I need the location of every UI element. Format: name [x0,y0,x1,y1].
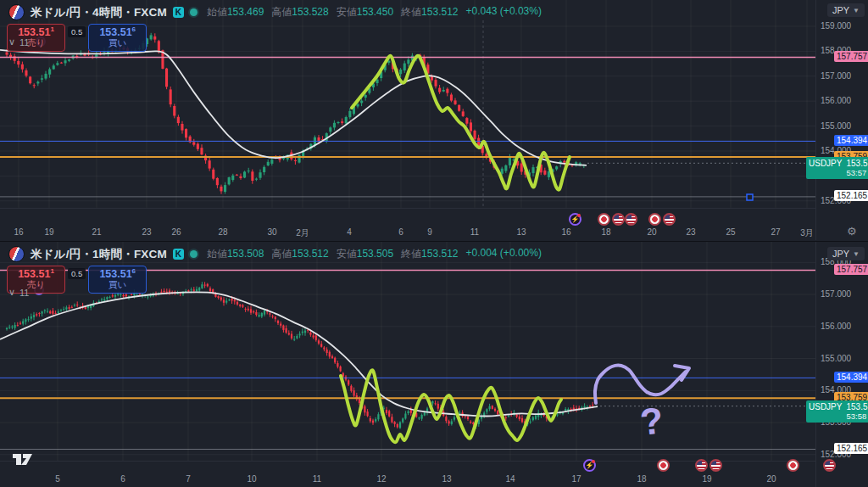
question-mark-annotation[interactable]: ? [638,399,665,443]
us-flag-event-icon[interactable] [709,459,722,472]
time-axis-label: 10 [247,474,256,484]
usdjpy-pair-logo-icon [8,246,25,262]
time-axis-label: 18 [601,227,610,237]
us-flag-event-icon[interactable] [695,459,708,472]
symbol-title[interactable]: 米ドル/円・4時間・FXCM [31,5,167,20]
price-axis-border[interactable] [815,0,816,240]
low-value: 153.505 [357,248,393,260]
open-label: 始値 [207,248,227,260]
chart-panel-4h[interactable]: 米ドル/円・4時間・FXCM K 始値153.469 高値153.528 安値1… [0,0,868,240]
chevron-down-icon: ∨ [8,36,15,48]
price-level-label-152.165: 152.165 [834,190,868,201]
currency-label: JPY [832,249,849,259]
us-flag-event-icon[interactable] [823,459,836,472]
japan-flag-event-icon[interactable] [598,213,610,226]
drawing-handle[interactable] [747,194,753,200]
indicator-count: 11 [19,37,29,48]
time-axis-label: 19 [44,227,53,237]
symbol-header[interactable]: 米ドル/円・4時間・FXCM K 始値153.469 高値153.528 安値1… [8,4,542,20]
price-axis-label: 159.000 [821,21,851,31]
japan-flag-event-icon[interactable] [657,459,670,472]
time-axis-label: 20 [766,474,776,484]
low-label: 安値 [337,6,357,18]
broker-logo-icon: K [173,249,184,260]
moving-average-line[interactable] [0,50,587,165]
time-axis-label: 5 [55,474,60,484]
close-value: 153.512 [421,248,458,260]
change-value: +0.004 (+0.00%) [466,247,542,261]
axis-settings-gear-icon[interactable]: ⚙ [847,225,857,238]
buy-button[interactable]: 153.516 買い [88,24,147,52]
time-axis-label: 9 [427,227,432,237]
time-axis-label: 23 [142,227,151,237]
ohlc-readout: 始値153.508 高値153.512 安値153.505 終値153.512 … [207,247,542,261]
us-flag-event-icon[interactable] [625,213,637,226]
time-axis-label: 2月 [296,227,309,239]
open-value: 153.469 [227,6,264,18]
time-axis-label: 27 [771,227,780,237]
chevron-down-icon: ∨ [8,287,15,298]
time-axis-label: 14 [505,474,515,484]
time-axis-label: 23 [686,227,695,237]
price-axis-label: 156.000 [821,322,851,331]
indicator-count: 11 [19,288,29,298]
open-label: 始値 [207,6,227,18]
last-price-value: 153.512 [846,159,868,168]
tradingview-logo[interactable] [12,451,37,473]
close-label: 終値 [401,248,421,260]
time-axis-label: 26 [171,227,181,237]
indicators-collapse-toggle[interactable]: ∨ 11 [8,287,29,298]
time-axis-label: 11 [470,227,479,237]
market-status-dot-icon [190,8,198,16]
currency-selector[interactable]: JPY▼ [827,247,865,260]
symbol-tag: USDJPY [809,402,842,411]
time-axis-label: 30 [267,227,276,237]
us-flag-event-icon[interactable] [663,213,676,226]
currency-label: JPY [832,5,849,15]
time-axis-label: 20 [647,227,656,237]
time-axis-label: 6 [120,474,125,484]
price-level-label-152.165: 152.165 [834,443,868,454]
price-axis-label: 155.000 [821,121,851,131]
symbol-header[interactable]: 米ドル/円・1時間・FXCM K 始値153.508 高値153.512 安値1… [8,246,542,262]
symbol-title[interactable]: 米ドル/円・1時間・FXCM [31,247,167,262]
chart-panel-1h[interactable]: 米ドル/円・1時間・FXCM K 始値153.508 高値153.512 安値1… [0,241,868,487]
price-level-label-157.757: 157.757 [834,264,868,275]
price-axis-label: 155.000 [821,354,851,363]
time-axis-label: 13 [516,227,526,237]
time-axis-label: 16 [561,227,570,237]
time-axis-border[interactable] [0,461,815,462]
japan-flag-event-icon[interactable] [648,213,661,226]
buy-label: 買い [89,280,146,290]
time-axis-label: 16 [14,227,23,237]
time-axis-label: 3月 [800,227,814,239]
japan-flag-event-icon[interactable] [787,459,799,472]
usdjpy-pair-logo-icon [8,4,25,20]
high-label: 高値 [271,248,292,260]
last-price-label: USDJPY153.51253:58 [806,400,868,423]
time-axis-border[interactable] [0,208,815,209]
symbol-tag: USDJPY [809,159,842,168]
currency-selector[interactable]: JPY▼ [827,3,865,17]
hand-drawn-zigzag-annotation[interactable] [341,370,561,442]
trading-platform: 米ドル/円・4時間・FXCM K 始値153.469 高値153.528 安値1… [0,0,868,487]
time-axis-label: 13 [442,474,451,484]
market-status-dot-icon [190,250,198,258]
us-flag-event-icon[interactable] [612,213,625,226]
buy-label: 買い [89,38,146,48]
low-value: 153.450 [357,6,393,18]
econ-calendar-event-icon[interactable]: ⚡ [583,459,596,472]
indicators-collapse-toggle[interactable]: ∨ 11 [8,36,29,48]
time-axis-label: 25 [726,227,735,237]
econ-calendar-event-icon[interactable]: ⚡ [569,213,581,226]
high-value: 153.528 [292,6,328,18]
time-axis-label: 7 [186,474,191,484]
price-axis-label: 157.000 [821,71,851,81]
last-price-label: USDJPY153.51253:57 [806,157,868,179]
price-axis-border[interactable] [815,242,816,487]
time-axis-label: 17 [571,474,581,484]
broker-logo-icon: K [173,7,184,18]
buy-button[interactable]: 153.516 買い [88,266,147,294]
time-axis-label: 19 [702,474,711,484]
time-axis-label: 21 [92,227,101,237]
